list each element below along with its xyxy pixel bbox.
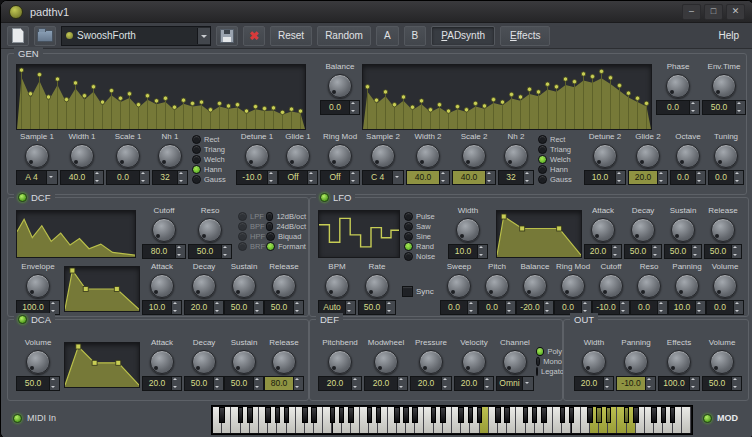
- lfo-balance-value[interactable]: -20.0: [516, 300, 554, 315]
- dcf-envelope-knob[interactable]: [26, 274, 50, 298]
- gen-ringmod-knob[interactable]: [328, 144, 352, 168]
- lfo-rate-knob[interactable]: [365, 274, 389, 298]
- gen-shape2-hann-radio[interactable]: Hann: [538, 164, 582, 174]
- spin-down-icon[interactable]: [506, 308, 515, 315]
- gen-envtime-knob[interactable]: [712, 74, 736, 98]
- gen-balance-value[interactable]: 0.0: [320, 100, 360, 115]
- gen-shape1-welch-radio[interactable]: Welch: [192, 154, 236, 164]
- lfo-attack-knob[interactable]: [591, 218, 615, 242]
- piano-black-key-after-23[interactable]: [431, 407, 437, 423]
- dcf-envelope-display[interactable]: [64, 266, 140, 312]
- piano-black-key-after-27[interactable]: [468, 407, 474, 423]
- spin-down-icon[interactable]: [616, 178, 625, 185]
- gen-octave-value[interactable]: 0.0: [670, 170, 706, 185]
- gen-scale1-value[interactable]: 0.0: [106, 170, 150, 185]
- lfo-volume-knob[interactable]: [713, 274, 737, 298]
- spin-down-icon[interactable]: [214, 384, 223, 391]
- dcf-types-hpf-radio[interactable]: HPF: [238, 231, 266, 241]
- lfo-enabled-led[interactable]: [320, 193, 329, 202]
- spin-down-icon[interactable]: [254, 384, 263, 391]
- gen-tuning-value[interactable]: 0.0: [708, 170, 744, 185]
- def-pitchbend-value[interactable]: 20.0: [318, 376, 362, 391]
- piano-black-key-after-0[interactable]: [219, 407, 225, 423]
- close-button[interactable]: ✕: [726, 4, 745, 20]
- random-button[interactable]: Random: [317, 26, 371, 46]
- piano-black-key-after-45[interactable]: [633, 407, 639, 423]
- dcf-reso-knob[interactable]: [198, 218, 222, 242]
- titlebar[interactable]: padthv1 – □ ✕: [1, 1, 752, 23]
- def-channel-value[interactable]: Omni: [496, 376, 534, 391]
- gen-sample2-value[interactable]: C 4: [362, 170, 404, 185]
- def-channel-knob[interactable]: [503, 350, 527, 374]
- spin-down-icon[interactable]: [620, 308, 629, 315]
- bank-b-button[interactable]: B: [404, 26, 427, 46]
- gen-detune1-value[interactable]: -10.0: [236, 170, 278, 185]
- gen-width1-knob[interactable]: [70, 144, 94, 168]
- dca-decay-knob[interactable]: [192, 350, 216, 374]
- dcf-slopes-biquad-radio[interactable]: Biquad: [266, 231, 306, 241]
- piano-black-key-after-33[interactable]: [523, 407, 529, 423]
- piano-black-key-after-24[interactable]: [440, 407, 446, 423]
- dca-envelope-display[interactable]: [64, 342, 140, 388]
- spin-down-icon[interactable]: [696, 308, 705, 315]
- piano-black-key-after-9[interactable]: [302, 407, 308, 423]
- lfo-shape-display[interactable]: [318, 210, 400, 258]
- lfo-decay-value[interactable]: 50.0: [624, 244, 662, 259]
- spin-down-icon[interactable]: [294, 308, 303, 315]
- spin-down-icon[interactable]: [346, 308, 355, 315]
- dcf-types-lpf-radio[interactable]: LPF: [238, 211, 266, 221]
- spin-down-icon[interactable]: [658, 178, 667, 185]
- gen-width1-value[interactable]: 40.0: [60, 170, 104, 185]
- out-panning-value[interactable]: -10.0: [616, 376, 656, 391]
- spin-down-icon[interactable]: [178, 178, 187, 185]
- out-width-value[interactable]: 20.0: [574, 376, 614, 391]
- spin-down-icon[interactable]: [658, 308, 667, 315]
- gen-shape1-hann-radio[interactable]: Hann: [192, 164, 236, 174]
- piano-black-key-after-26[interactable]: [458, 407, 464, 423]
- spin-down-icon[interactable]: [350, 178, 359, 185]
- def-velocity-knob[interactable]: [462, 350, 486, 374]
- gen-glide1-value[interactable]: Off: [278, 170, 318, 185]
- lfo-reso-knob[interactable]: [637, 274, 661, 298]
- lfo-shapes-pulse-radio[interactable]: Pulse: [404, 211, 442, 221]
- piano-black-key-after-5[interactable]: [265, 407, 271, 423]
- lfo-panning-knob[interactable]: [675, 274, 699, 298]
- lfo-release-value[interactable]: 50.0: [704, 244, 742, 259]
- spin-down-icon[interactable]: [440, 178, 449, 185]
- lfo-pitch-knob[interactable]: [485, 274, 509, 298]
- spin-down-icon[interactable]: [604, 384, 613, 391]
- spin-down-icon[interactable]: [652, 252, 661, 259]
- spin-down-icon[interactable]: [398, 384, 407, 391]
- reset-button[interactable]: Reset: [270, 26, 312, 46]
- dcf-release-knob[interactable]: [272, 274, 296, 298]
- spin-down-icon[interactable]: [268, 178, 277, 185]
- gen-tuning-knob[interactable]: [714, 144, 738, 168]
- piano-white-key-51[interactable]: [682, 407, 691, 433]
- dca-release-knob[interactable]: [272, 350, 296, 374]
- gen-shape2-gauss-radio[interactable]: Gauss: [538, 174, 582, 184]
- lfo-shapes-rand-radio[interactable]: Rand: [404, 241, 442, 251]
- piano-black-key-after-38[interactable]: [569, 407, 575, 423]
- dcf-sustain-value[interactable]: 50.0: [224, 300, 264, 315]
- lfo-ringmod-knob[interactable]: [561, 274, 585, 298]
- dcf-reso-value[interactable]: 50.0: [188, 244, 232, 259]
- dca-decay-value[interactable]: 50.0: [184, 376, 224, 391]
- gen-detune2-value[interactable]: 10.0: [584, 170, 626, 185]
- gen-nh1-value[interactable]: 32: [152, 170, 188, 185]
- lfo-rate-value[interactable]: 50.0: [358, 300, 396, 315]
- spin-down-icon[interactable]: [172, 308, 181, 315]
- spin-down-icon[interactable]: [484, 384, 493, 391]
- lfo-width-knob[interactable]: [456, 218, 480, 242]
- out-width-knob[interactable]: [582, 350, 606, 374]
- spin-down-icon[interactable]: [214, 308, 223, 315]
- gen-balance-knob[interactable]: [328, 74, 352, 98]
- spin-down-icon[interactable]: [222, 252, 231, 259]
- def-pressure-knob[interactable]: [419, 350, 443, 374]
- dca-release-value[interactable]: 80.0: [264, 376, 304, 391]
- spin-down-icon[interactable]: [172, 384, 181, 391]
- piano-black-key-after-13[interactable]: [339, 407, 345, 423]
- piano-black-key-after-37[interactable]: [560, 407, 566, 423]
- lfo-panning-value[interactable]: 10.0: [668, 300, 706, 315]
- gen-sample2-knob[interactable]: [371, 144, 395, 168]
- dca-volume-knob[interactable]: [26, 350, 50, 374]
